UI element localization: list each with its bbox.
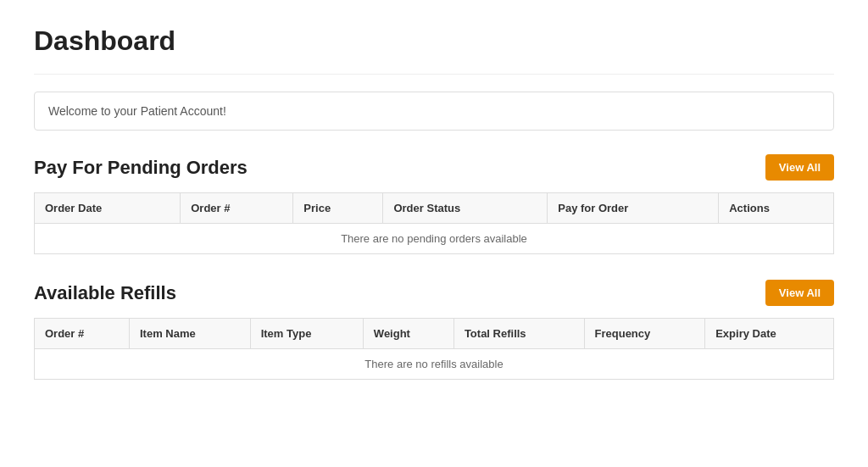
available-refills-empty-message: There are no refills available <box>35 349 834 380</box>
available-refills-empty-row: There are no refills available <box>35 349 834 380</box>
available-refills-section-header: Available Refills View All <box>34 280 834 306</box>
page-container: Dashboard Welcome to your Patient Accoun… <box>0 0 868 431</box>
pending-orders-table-head: Order Date Order # Price Order Status Pa… <box>35 193 834 224</box>
welcome-box: Welcome to your Patient Account! <box>34 92 834 131</box>
col-order-number: Order # <box>181 193 293 224</box>
available-refills-title: Available Refills <box>34 282 176 304</box>
col-item-name: Item Name <box>130 319 251 349</box>
col-frequency: Frequency <box>584 319 705 349</box>
pending-orders-table: Order Date Order # Price Order Status Pa… <box>34 192 834 254</box>
available-refills-table: Order # Item Name Item Type Weight Total… <box>34 318 834 380</box>
available-refills-header-row: Order # Item Name Item Type Weight Total… <box>35 319 834 349</box>
col-price: Price <box>293 193 383 224</box>
col-expiry-date: Expiry Date <box>705 319 834 349</box>
pending-orders-view-all-button[interactable]: View All <box>765 154 834 181</box>
pending-orders-empty-row: There are no pending orders available <box>35 224 834 254</box>
col-total-refills: Total Refills <box>453 319 584 349</box>
available-refills-view-all-button[interactable]: View All <box>765 280 834 306</box>
title-divider <box>34 74 834 75</box>
pending-orders-header-row: Order Date Order # Price Order Status Pa… <box>35 193 834 224</box>
col-item-type: Item Type <box>250 319 363 349</box>
col-order-status: Order Status <box>383 193 548 224</box>
col-weight: Weight <box>363 319 453 349</box>
pending-orders-table-body: There are no pending orders available <box>35 224 834 254</box>
welcome-message: Welcome to your Patient Account! <box>48 104 226 118</box>
col-pay-for-order: Pay for Order <box>548 193 719 224</box>
pending-orders-title: Pay For Pending Orders <box>34 157 248 179</box>
col-actions: Actions <box>719 193 834 224</box>
pending-orders-empty-message: There are no pending orders available <box>35 224 834 254</box>
pending-orders-section-header: Pay For Pending Orders View All <box>34 154 834 181</box>
col-refill-order-number: Order # <box>35 319 130 349</box>
available-refills-table-body: There are no refills available <box>35 349 834 380</box>
col-order-date: Order Date <box>35 193 181 224</box>
page-title: Dashboard <box>34 25 834 57</box>
available-refills-table-head: Order # Item Name Item Type Weight Total… <box>35 319 834 349</box>
